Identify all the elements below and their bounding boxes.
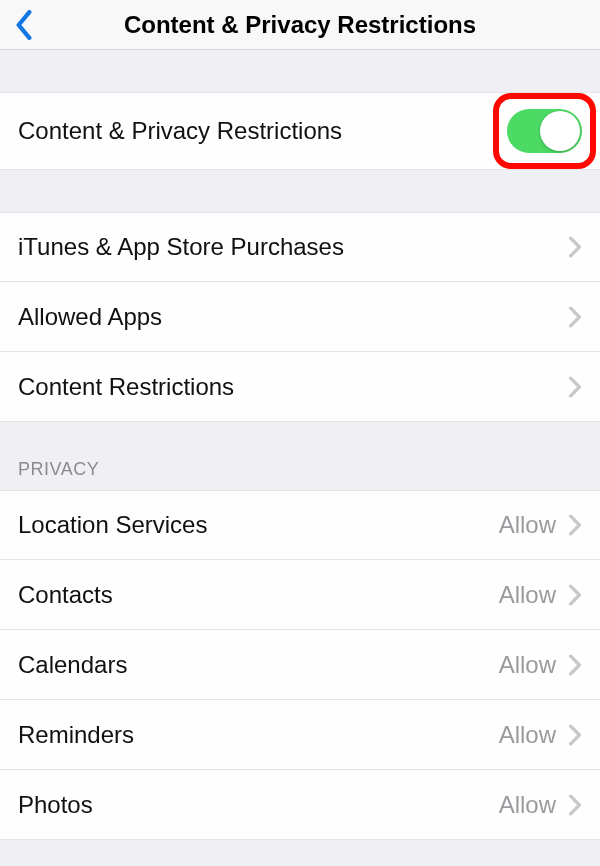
row-value: Allow bbox=[499, 511, 556, 539]
row-label: Content & Privacy Restrictions bbox=[18, 117, 507, 145]
chevron-right-icon bbox=[568, 514, 582, 536]
chevron-right-icon bbox=[568, 376, 582, 398]
row-label: Location Services bbox=[18, 511, 499, 539]
toggle-wrap bbox=[507, 109, 582, 153]
row-label: iTunes & App Store Purchases bbox=[18, 233, 568, 261]
chevron-right-icon bbox=[568, 724, 582, 746]
page-title: Content & Privacy Restrictions bbox=[0, 11, 600, 39]
row-label: Allowed Apps bbox=[18, 303, 568, 331]
privacy-row-photos[interactable]: Photos Allow bbox=[0, 770, 600, 840]
row-value: Allow bbox=[499, 651, 556, 679]
chevron-left-icon bbox=[14, 10, 34, 40]
chevron-right-icon bbox=[568, 306, 582, 328]
nav-header: Content & Privacy Restrictions bbox=[0, 0, 600, 50]
toggle-knob bbox=[540, 111, 580, 151]
privacy-row-contacts[interactable]: Contacts Allow bbox=[0, 560, 600, 630]
row-value: Allow bbox=[499, 721, 556, 749]
row-value: Allow bbox=[499, 791, 556, 819]
chevron-right-icon bbox=[568, 794, 582, 816]
row-label: Photos bbox=[18, 791, 499, 819]
nav-row-content-restrictions[interactable]: Content Restrictions bbox=[0, 352, 600, 422]
chevron-right-icon bbox=[568, 584, 582, 606]
row-value: Allow bbox=[499, 581, 556, 609]
nav-row-allowed-apps[interactable]: Allowed Apps bbox=[0, 282, 600, 352]
row-label: Content Restrictions bbox=[18, 373, 568, 401]
chevron-right-icon bbox=[568, 654, 582, 676]
back-button[interactable] bbox=[14, 10, 34, 40]
privacy-row-reminders[interactable]: Reminders Allow bbox=[0, 700, 600, 770]
spacer bbox=[0, 170, 600, 212]
privacy-row-location[interactable]: Location Services Allow bbox=[0, 490, 600, 560]
privacy-row-calendars[interactable]: Calendars Allow bbox=[0, 630, 600, 700]
privacy-section-header: PRIVACY bbox=[0, 422, 600, 490]
row-label: Reminders bbox=[18, 721, 499, 749]
nav-row-itunes-appstore[interactable]: iTunes & App Store Purchases bbox=[0, 212, 600, 282]
spacer bbox=[0, 50, 600, 92]
chevron-right-icon bbox=[568, 236, 582, 258]
row-label: Calendars bbox=[18, 651, 499, 679]
row-label: Contacts bbox=[18, 581, 499, 609]
content-privacy-toggle[interactable] bbox=[507, 109, 582, 153]
content-privacy-toggle-row[interactable]: Content & Privacy Restrictions bbox=[0, 92, 600, 170]
